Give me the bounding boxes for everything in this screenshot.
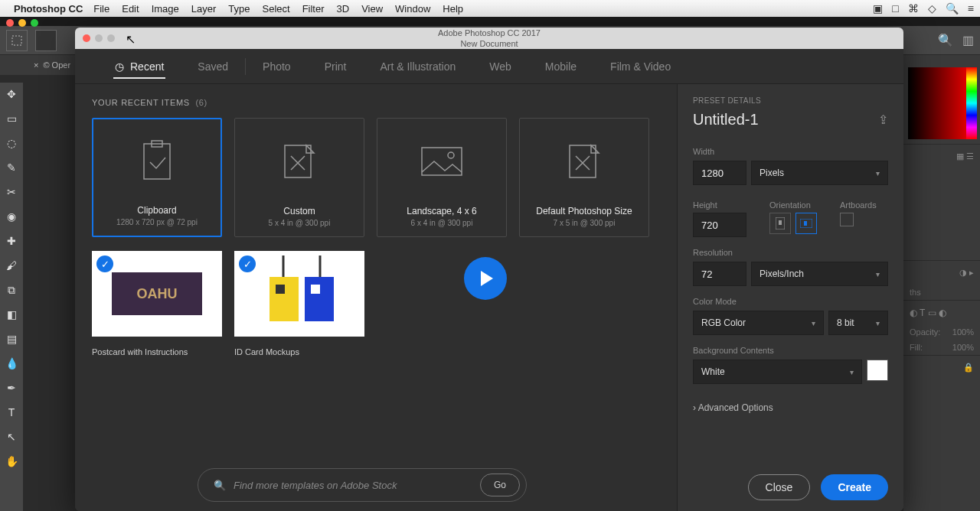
panel-row-icons[interactable]: ▦ ☰: [903, 144, 980, 168]
save-preset-icon[interactable]: ⇪: [878, 112, 888, 127]
document-tab-label[interactable]: © Oper: [43, 60, 70, 70]
advanced-options-disclosure[interactable]: Advanced Options: [693, 402, 888, 413]
bit-depth-select[interactable]: 8 bit▾: [828, 311, 888, 335]
menu-edit[interactable]: Edit: [122, 3, 139, 15]
preset-default[interactable]: Default Photoshop Size 7 x 5 in @ 300 pp…: [519, 118, 649, 237]
svg-rect-14: [311, 285, 320, 294]
tab-saved[interactable]: Saved: [181, 49, 245, 83]
lock-icon[interactable]: 🔒: [903, 355, 980, 379]
app-name[interactable]: Photoshop CC: [14, 3, 83, 15]
move-tool-icon[interactable]: ✥: [3, 86, 20, 103]
menu-filter[interactable]: Filter: [302, 3, 325, 15]
orientation-portrait-button[interactable]: [769, 213, 791, 234]
menu-type[interactable]: Type: [228, 3, 250, 15]
menu-image[interactable]: Image: [152, 3, 179, 15]
marquee-tool-icon[interactable]: ▭: [3, 110, 20, 127]
menu-help[interactable]: Help: [443, 3, 463, 15]
svg-rect-3: [285, 145, 311, 177]
width-unit-select[interactable]: Pixels▾: [751, 161, 888, 185]
create-button[interactable]: Create: [821, 474, 888, 500]
window-close-icon[interactable]: [6, 19, 14, 27]
tab-mobile[interactable]: Mobile: [528, 49, 593, 83]
height-input[interactable]: [693, 213, 746, 237]
tab-photo[interactable]: Photo: [246, 49, 308, 83]
menu-layer[interactable]: Layer: [191, 3, 217, 15]
menu-extras-icon[interactable]: ≡: [968, 2, 974, 15]
quick-select-tool-icon[interactable]: ✎: [3, 159, 20, 176]
spotlight-icon[interactable]: 🔍: [946, 2, 959, 15]
bg-contents-select[interactable]: White▾: [693, 360, 862, 384]
template-postcard[interactable]: ✓ OAHU Postcard with Instructions: [92, 251, 222, 356]
width-label: Width: [693, 147, 888, 156]
orientation-landscape-button[interactable]: [795, 213, 817, 234]
dialog-titlebar[interactable]: Adobe Photoshop CC 2017 New Document: [75, 28, 903, 49]
menu-window[interactable]: Window: [395, 3, 430, 15]
chevron-down-icon: ▾: [876, 169, 880, 177]
workspace-switcher-icon[interactable]: ▥: [962, 33, 974, 47]
window-minimize-icon[interactable]: [18, 19, 26, 27]
hue-slider[interactable]: [966, 67, 977, 139]
resolution-input[interactable]: [693, 262, 746, 286]
template-thumbnail: ✓: [234, 251, 364, 337]
paths-tab[interactable]: ths: [910, 288, 921, 297]
tool-preset-icon[interactable]: [6, 30, 28, 51]
adjustments-icon[interactable]: ◑ ▸: [903, 260, 980, 285]
display-icon[interactable]: □: [892, 2, 898, 15]
preset-landscape[interactable]: Landscape, 4 x 6 6 x 4 in @ 300 ppi: [377, 118, 507, 237]
gradient-tool-icon[interactable]: ▤: [3, 330, 20, 347]
downloaded-check-icon: ✓: [239, 255, 256, 272]
foreground-color-swatch[interactable]: [35, 30, 57, 51]
tab-art[interactable]: Art & Illustration: [363, 49, 472, 83]
tab-web[interactable]: Web: [472, 49, 528, 83]
tab-close-icon[interactable]: ×: [34, 60, 38, 70]
color-mode-select[interactable]: RGB Color▾: [693, 311, 824, 335]
eraser-tool-icon[interactable]: ◧: [3, 306, 20, 323]
document-name[interactable]: Untitled-1: [693, 111, 759, 129]
brush-tool-icon[interactable]: 🖌: [3, 257, 20, 274]
preset-custom[interactable]: Custom 5 x 4 in @ 300 ppi: [234, 118, 364, 237]
width-input[interactable]: [693, 161, 746, 185]
fill-label: Fill:: [910, 343, 923, 352]
bg-color-swatch[interactable]: [867, 360, 888, 381]
type-tool-icon[interactable]: T: [3, 404, 20, 421]
healing-tool-icon[interactable]: ✚: [3, 233, 20, 249]
hand-tool-icon[interactable]: ✋: [3, 453, 20, 470]
category-tabs: ◷Recent Saved Photo Print Art & Illustra…: [75, 49, 903, 84]
opacity-value[interactable]: 100%: [952, 327, 974, 337]
image-icon: [419, 119, 465, 204]
preset-clipboard[interactable]: Clipboard 1280 x 720 px @ 72 ppi: [92, 118, 222, 237]
crop-tool-icon[interactable]: ✂: [3, 184, 20, 200]
artboards-checkbox[interactable]: [840, 213, 854, 226]
clone-tool-icon[interactable]: ⧉: [3, 282, 20, 298]
menu-file[interactable]: File: [93, 3, 109, 15]
creative-cloud-icon[interactable]: ⌘: [908, 2, 919, 15]
stock-go-button[interactable]: Go: [480, 474, 520, 496]
dialog-title: New Document: [75, 38, 903, 49]
color-panel[interactable]: [908, 67, 975, 139]
blur-tool-icon[interactable]: 💧: [3, 355, 20, 372]
search-icon[interactable]: 🔍: [938, 33, 953, 47]
template-idcard[interactable]: ✓ ID Card Mockups: [234, 251, 364, 356]
menu-3d[interactable]: 3D: [337, 3, 350, 15]
svg-point-5: [448, 152, 454, 158]
window-zoom-icon[interactable]: [31, 19, 38, 27]
screen-share-icon[interactable]: ▣: [873, 2, 883, 15]
tab-film[interactable]: Film & Video: [593, 49, 688, 83]
lasso-tool-icon[interactable]: ◌: [3, 135, 20, 151]
play-video-button[interactable]: [464, 257, 507, 300]
clock-icon: ◷: [115, 60, 124, 73]
stock-search[interactable]: 🔍 Find more templates on Adobe Stock Go: [198, 468, 527, 502]
fill-value[interactable]: 100%: [952, 343, 974, 352]
tools-panel: ✥ ▭ ◌ ✎ ✂ ◉ ✚ 🖌 ⧉ ◧ ▤ 💧 ✒ T ↖ ✋: [0, 83, 23, 511]
pen-tool-icon[interactable]: ✒: [3, 379, 20, 396]
menu-select[interactable]: Select: [262, 3, 289, 15]
tab-recent[interactable]: ◷Recent: [98, 49, 181, 83]
path-select-tool-icon[interactable]: ↖: [3, 428, 20, 445]
wifi-icon[interactable]: ◇: [928, 2, 936, 15]
resolution-unit-select[interactable]: Pixels/Inch▾: [751, 262, 888, 286]
eyedropper-tool-icon[interactable]: ◉: [3, 208, 20, 225]
play-icon: [481, 271, 493, 286]
close-button[interactable]: Close: [748, 474, 811, 500]
menu-view[interactable]: View: [361, 3, 383, 15]
tab-print[interactable]: Print: [308, 49, 364, 83]
